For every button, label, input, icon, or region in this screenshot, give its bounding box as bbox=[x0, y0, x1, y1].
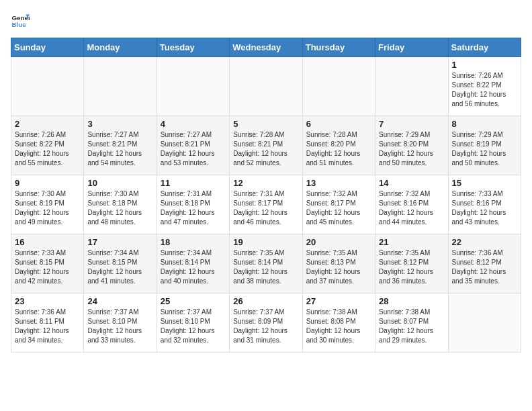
day-info: Sunrise: 7:38 AM Sunset: 8:08 PM Dayligh… bbox=[306, 308, 371, 345]
calendar-cell: 19Sunrise: 7:35 AM Sunset: 8:14 PM Dayli… bbox=[230, 234, 302, 293]
day-number: 14 bbox=[379, 178, 444, 188]
day-info: Sunrise: 7:37 AM Sunset: 8:10 PM Dayligh… bbox=[87, 308, 152, 345]
calendar-cell: 6Sunrise: 7:28 AM Sunset: 8:20 PM Daylig… bbox=[302, 116, 375, 175]
day-info: Sunrise: 7:37 AM Sunset: 8:09 PM Dayligh… bbox=[233, 308, 298, 345]
calendar-cell bbox=[375, 57, 448, 116]
day-info: Sunrise: 7:26 AM Sunset: 8:22 PM Dayligh… bbox=[15, 130, 80, 168]
day-info: Sunrise: 7:34 AM Sunset: 8:14 PM Dayligh… bbox=[161, 248, 226, 286]
day-info: Sunrise: 7:33 AM Sunset: 8:15 PM Dayligh… bbox=[15, 248, 80, 286]
calendar-cell: 7Sunrise: 7:29 AM Sunset: 8:20 PM Daylig… bbox=[375, 116, 448, 175]
calendar-header-row: SundayMondayTuesdayWednesdayThursdayFrid… bbox=[11, 38, 521, 57]
calendar-cell: 1Sunrise: 7:26 AM Sunset: 8:22 PM Daylig… bbox=[448, 57, 521, 116]
day-info: Sunrise: 7:36 AM Sunset: 8:11 PM Dayligh… bbox=[15, 308, 80, 345]
calendar-cell: 17Sunrise: 7:34 AM Sunset: 8:15 PM Dayli… bbox=[84, 234, 157, 293]
week-row-4: 23Sunrise: 7:36 AM Sunset: 8:11 PM Dayli… bbox=[11, 293, 521, 353]
day-number: 5 bbox=[233, 119, 298, 129]
calendar-cell: 27Sunrise: 7:38 AM Sunset: 8:08 PM Dayli… bbox=[302, 293, 375, 353]
day-info: Sunrise: 7:32 AM Sunset: 8:16 PM Dayligh… bbox=[379, 189, 444, 227]
week-row-3: 16Sunrise: 7:33 AM Sunset: 8:15 PM Dayli… bbox=[11, 234, 521, 293]
day-number: 23 bbox=[15, 296, 80, 306]
calendar-cell: 18Sunrise: 7:34 AM Sunset: 8:14 PM Dayli… bbox=[157, 234, 229, 293]
day-number: 2 bbox=[15, 119, 80, 129]
day-number: 17 bbox=[87, 237, 152, 247]
day-number: 27 bbox=[306, 296, 371, 306]
day-number: 6 bbox=[306, 119, 371, 129]
day-info: Sunrise: 7:29 AM Sunset: 8:19 PM Dayligh… bbox=[452, 130, 517, 168]
day-number: 20 bbox=[306, 237, 371, 247]
svg-text:Blue: Blue bbox=[11, 21, 26, 28]
day-number: 22 bbox=[452, 237, 517, 247]
col-header-wednesday: Wednesday bbox=[230, 38, 302, 57]
day-info: Sunrise: 7:32 AM Sunset: 8:17 PM Dayligh… bbox=[306, 189, 371, 227]
day-number: 7 bbox=[379, 119, 444, 129]
col-header-saturday: Saturday bbox=[448, 38, 521, 57]
day-number: 25 bbox=[161, 296, 226, 306]
day-number: 16 bbox=[15, 237, 80, 247]
col-header-thursday: Thursday bbox=[302, 38, 375, 57]
day-info: Sunrise: 7:27 AM Sunset: 8:21 PM Dayligh… bbox=[87, 130, 152, 168]
day-number: 10 bbox=[87, 178, 152, 188]
col-header-friday: Friday bbox=[375, 38, 448, 57]
day-number: 11 bbox=[161, 178, 226, 188]
calendar-cell: 26Sunrise: 7:37 AM Sunset: 8:09 PM Dayli… bbox=[230, 293, 302, 353]
calendar-cell: 25Sunrise: 7:37 AM Sunset: 8:10 PM Dayli… bbox=[157, 293, 229, 353]
day-info: Sunrise: 7:38 AM Sunset: 8:07 PM Dayligh… bbox=[379, 308, 444, 345]
col-header-monday: Monday bbox=[84, 38, 157, 57]
day-info: Sunrise: 7:33 AM Sunset: 8:16 PM Dayligh… bbox=[452, 189, 517, 227]
day-number: 12 bbox=[233, 178, 298, 188]
calendar-cell: 3Sunrise: 7:27 AM Sunset: 8:21 PM Daylig… bbox=[84, 116, 157, 175]
calendar-cell: 2Sunrise: 7:26 AM Sunset: 8:22 PM Daylig… bbox=[11, 116, 84, 175]
col-header-sunday: Sunday bbox=[11, 38, 84, 57]
day-info: Sunrise: 7:35 AM Sunset: 8:14 PM Dayligh… bbox=[233, 248, 298, 286]
day-info: Sunrise: 7:28 AM Sunset: 8:21 PM Dayligh… bbox=[233, 130, 298, 168]
calendar-cell: 21Sunrise: 7:35 AM Sunset: 8:12 PM Dayli… bbox=[375, 234, 448, 293]
calendar-cell bbox=[230, 57, 302, 116]
day-number: 9 bbox=[15, 178, 80, 188]
day-info: Sunrise: 7:27 AM Sunset: 8:21 PM Dayligh… bbox=[161, 130, 226, 168]
calendar-table: SundayMondayTuesdayWednesdayThursdayFrid… bbox=[11, 38, 521, 353]
calendar-cell: 28Sunrise: 7:38 AM Sunset: 8:07 PM Dayli… bbox=[375, 293, 448, 353]
week-row-0: 1Sunrise: 7:26 AM Sunset: 8:22 PM Daylig… bbox=[11, 57, 521, 116]
day-number: 13 bbox=[306, 178, 371, 188]
calendar-cell: 8Sunrise: 7:29 AM Sunset: 8:19 PM Daylig… bbox=[448, 116, 521, 175]
calendar-cell: 13Sunrise: 7:32 AM Sunset: 8:17 PM Dayli… bbox=[302, 175, 375, 234]
logo: General Blue bbox=[11, 11, 32, 30]
day-info: Sunrise: 7:31 AM Sunset: 8:17 PM Dayligh… bbox=[233, 189, 298, 227]
day-info: Sunrise: 7:30 AM Sunset: 8:19 PM Dayligh… bbox=[15, 189, 80, 227]
day-number: 3 bbox=[87, 119, 152, 129]
day-number: 28 bbox=[379, 296, 444, 306]
calendar-cell: 22Sunrise: 7:36 AM Sunset: 8:12 PM Dayli… bbox=[448, 234, 521, 293]
day-number: 1 bbox=[452, 60, 517, 70]
calendar-cell: 14Sunrise: 7:32 AM Sunset: 8:16 PM Dayli… bbox=[375, 175, 448, 234]
col-header-tuesday: Tuesday bbox=[157, 38, 229, 57]
day-number: 15 bbox=[452, 178, 517, 188]
calendar-cell: 23Sunrise: 7:36 AM Sunset: 8:11 PM Dayli… bbox=[11, 293, 84, 353]
day-number: 19 bbox=[233, 237, 298, 247]
calendar-cell: 15Sunrise: 7:33 AM Sunset: 8:16 PM Dayli… bbox=[448, 175, 521, 234]
week-row-2: 9Sunrise: 7:30 AM Sunset: 8:19 PM Daylig… bbox=[11, 175, 521, 234]
day-info: Sunrise: 7:35 AM Sunset: 8:12 PM Dayligh… bbox=[379, 248, 444, 286]
day-info: Sunrise: 7:29 AM Sunset: 8:20 PM Dayligh… bbox=[379, 130, 444, 168]
calendar-cell: 11Sunrise: 7:31 AM Sunset: 8:18 PM Dayli… bbox=[157, 175, 229, 234]
calendar-cell bbox=[84, 57, 157, 116]
day-number: 21 bbox=[379, 237, 444, 247]
calendar-cell: 20Sunrise: 7:35 AM Sunset: 8:13 PM Dayli… bbox=[302, 234, 375, 293]
calendar-cell: 10Sunrise: 7:30 AM Sunset: 8:18 PM Dayli… bbox=[84, 175, 157, 234]
day-info: Sunrise: 7:34 AM Sunset: 8:15 PM Dayligh… bbox=[87, 248, 152, 286]
calendar-cell bbox=[302, 57, 375, 116]
day-info: Sunrise: 7:31 AM Sunset: 8:18 PM Dayligh… bbox=[161, 189, 226, 227]
day-info: Sunrise: 7:37 AM Sunset: 8:10 PM Dayligh… bbox=[161, 308, 226, 345]
calendar-cell: 12Sunrise: 7:31 AM Sunset: 8:17 PM Dayli… bbox=[230, 175, 302, 234]
day-info: Sunrise: 7:30 AM Sunset: 8:18 PM Dayligh… bbox=[87, 189, 152, 227]
calendar-cell bbox=[157, 57, 229, 116]
week-row-1: 2Sunrise: 7:26 AM Sunset: 8:22 PM Daylig… bbox=[11, 116, 521, 175]
day-number: 26 bbox=[233, 296, 298, 306]
calendar-cell: 4Sunrise: 7:27 AM Sunset: 8:21 PM Daylig… bbox=[157, 116, 229, 175]
calendar-cell: 9Sunrise: 7:30 AM Sunset: 8:19 PM Daylig… bbox=[11, 175, 84, 234]
calendar-cell: 5Sunrise: 7:28 AM Sunset: 8:21 PM Daylig… bbox=[230, 116, 302, 175]
calendar-cell bbox=[448, 293, 521, 353]
day-number: 18 bbox=[161, 237, 226, 247]
day-info: Sunrise: 7:35 AM Sunset: 8:13 PM Dayligh… bbox=[306, 248, 371, 286]
logo-icon: General Blue bbox=[11, 11, 30, 30]
calendar-cell bbox=[11, 57, 84, 116]
